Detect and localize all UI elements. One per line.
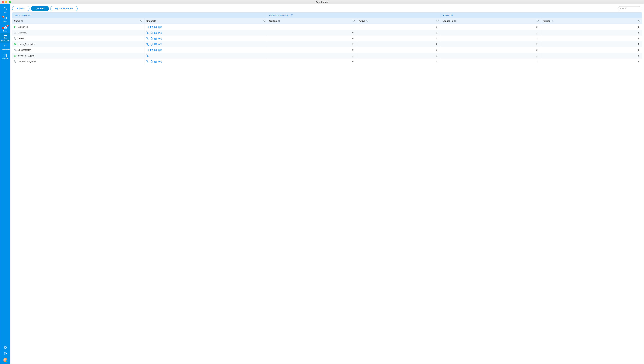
sidebar-item-email[interactable]: 5 3 Email (0, 24, 10, 33)
chats-badge: 1 (2, 16, 4, 18)
sidebar-item-dashboard[interactable]: Dashboard (0, 33, 10, 43)
sort-icon[interactable] (366, 20, 368, 22)
mobile-icon (150, 43, 153, 46)
group-icon (4, 44, 7, 48)
col-label: Waiting (269, 20, 277, 22)
more-channels[interactable]: (+3) (158, 43, 162, 45)
info-icon[interactable] (450, 14, 453, 16)
more-channels[interactable]: (+2) (158, 49, 162, 51)
cell-paused: 1 (541, 41, 642, 47)
cell-channels: (+3) (144, 59, 268, 64)
filter-icon[interactable] (352, 20, 355, 22)
tab-my-performance[interactable]: My Performance (50, 6, 78, 11)
cell-logged-in: 3 (441, 24, 541, 30)
col-waiting[interactable]: Waiting (268, 18, 357, 24)
channel-icons: (+3) (146, 43, 162, 46)
col-name[interactable]: Name (12, 18, 144, 24)
col-active[interactable]: Active (357, 18, 440, 24)
channel-icons (146, 55, 149, 57)
filter-icon[interactable] (263, 20, 266, 22)
phone-icon (146, 43, 149, 46)
col-logged-in[interactable]: Logged in (441, 18, 541, 24)
table-row[interactable]: Support_IT(+2)4831 (12, 24, 642, 30)
clock-icon (14, 32, 16, 34)
info-icon[interactable] (291, 14, 293, 16)
table-row[interactable]: QueueMaster(+2)0021 (12, 47, 642, 53)
queue-name: CallStream_Queue (18, 60, 142, 63)
sidebar-nav: Calls 1 Chats 5 3 Email Dashboard (0, 4, 10, 61)
sidebar-item-chats[interactable]: 1 Chats (0, 15, 10, 24)
info-icon[interactable] (28, 14, 30, 16)
cell-logged-in: 3 (441, 36, 541, 41)
queue-name: Incoming_Support (18, 55, 142, 57)
mobile-icon (146, 26, 149, 29)
filter-icon[interactable] (536, 20, 539, 22)
queues-table: Queue details Current conversations Agen… (10, 13, 644, 66)
email-badge: 5 (6, 25, 8, 27)
cell-channels: (+3) (144, 41, 268, 47)
filter-icon[interactable] (436, 20, 439, 22)
more-channels[interactable]: (+2) (158, 26, 162, 28)
queue-name: QueueMaster (18, 49, 142, 51)
sidebar-item-contacts[interactable]: Contacts (0, 52, 10, 61)
mail-icon (154, 43, 157, 46)
sidebar-item-label: Conversations (1, 49, 10, 50)
section-headers: Queue details Current conversations Agen… (12, 13, 642, 18)
col-label: Active (359, 20, 365, 22)
cell-waiting: 0 (268, 30, 357, 36)
cell-active: 0 (357, 53, 440, 59)
mail-icon (150, 26, 153, 29)
cell-channels (144, 53, 268, 59)
sort-icon[interactable] (552, 20, 554, 22)
cell-active: 0 (357, 59, 440, 64)
dashboard-icon (4, 35, 7, 39)
mail-icon (154, 37, 157, 40)
sidebar-item-calls[interactable]: Calls (0, 5, 10, 15)
tab-queues[interactable]: Queues (31, 6, 49, 11)
user-avatar[interactable] (4, 358, 7, 362)
mobile-icon (150, 60, 153, 63)
logout-button[interactable] (4, 352, 7, 355)
cell-name: Support_IT (12, 24, 144, 30)
mail-icon (150, 49, 153, 52)
table-row[interactable]: Incoming_Support1011 (12, 53, 642, 59)
sort-icon[interactable] (454, 20, 456, 22)
sidebar-item-label: Contacts (2, 58, 8, 60)
cell-paused: 1 (541, 36, 642, 41)
sidebar-item-label: Calls (4, 11, 7, 13)
settings-button[interactable] (4, 346, 7, 349)
sort-icon[interactable] (278, 20, 280, 22)
col-label: Paused (543, 20, 550, 22)
table-row[interactable]: CallStream_Queue(+3)0031 (12, 59, 642, 64)
cell-paused: 1 (541, 47, 642, 53)
more-channels[interactable]: (+3) (158, 38, 162, 40)
table-row[interactable]: Marketing(+3)0011 (12, 30, 642, 36)
table-row[interactable]: Issues_Resolution(+3)2221 (12, 41, 642, 47)
cell-active: 0 (357, 30, 440, 36)
cell-logged-in: 2 (441, 41, 541, 47)
more-channels[interactable]: (+3) (158, 61, 162, 63)
filter-icon[interactable] (140, 20, 142, 22)
cell-waiting: 2 (268, 41, 357, 47)
tab-agents[interactable]: Agents (12, 6, 30, 11)
sidebar-item-conversations[interactable]: Conversations (0, 43, 10, 52)
table-row[interactable]: LinePro(+3)0031 (12, 36, 642, 41)
filter-icon[interactable] (638, 20, 640, 22)
cell-active: 0 (357, 47, 440, 53)
sidebar: Calls 1 Chats 5 3 Email Dashboard (0, 4, 10, 364)
cell-paused: 1 (541, 59, 642, 64)
search-box[interactable] (618, 6, 641, 11)
col-paused[interactable]: Paused (541, 18, 642, 24)
col-channels[interactable]: Channels (144, 18, 268, 24)
cell-waiting: 0 (268, 59, 357, 64)
contact-icon (4, 54, 7, 57)
column-headers: Name Channels Waiting Active (12, 18, 642, 24)
cell-name: Incoming_Support (12, 53, 144, 59)
more-channels[interactable]: (+3) (158, 32, 162, 34)
queue-name: Support_IT (18, 26, 142, 28)
sort-icon[interactable] (21, 20, 23, 22)
mail-icon (154, 32, 157, 34)
sidebar-item-label: Dashboard (1, 39, 9, 41)
search-input[interactable] (620, 8, 644, 10)
section-queue-details: Queue details (12, 13, 268, 18)
